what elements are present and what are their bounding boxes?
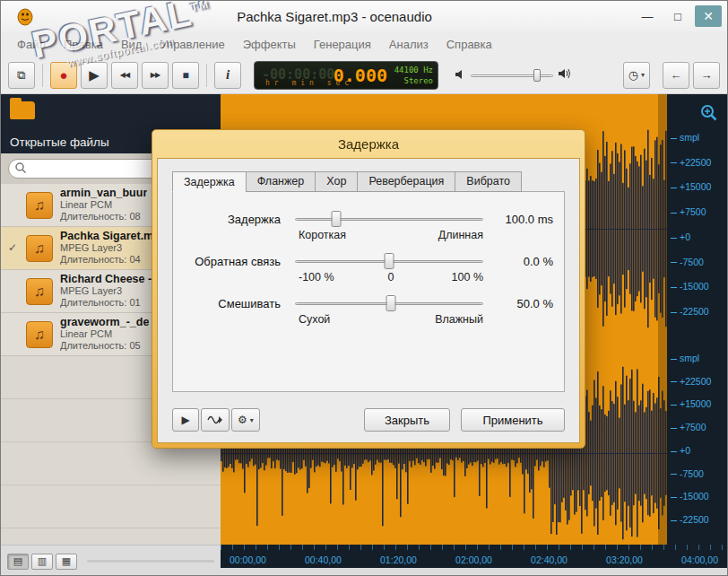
delay-value: 100.0 ms bbox=[489, 213, 553, 226]
ruler-tick-label: -7500 bbox=[667, 468, 724, 479]
chevron-down-icon: ▾ bbox=[641, 71, 645, 79]
feedback-mid-label: 0 bbox=[388, 271, 394, 284]
file-duration: Длительность: 04 bbox=[60, 254, 153, 266]
menu-help[interactable]: Справка bbox=[438, 35, 501, 54]
time-tick-label: 02:00,00 bbox=[455, 554, 492, 565]
view-detail-button[interactable]: ▤ bbox=[7, 554, 29, 570]
file-name: Pachka Sigaret.m bbox=[60, 231, 153, 242]
view-list-button[interactable]: ▥ bbox=[31, 554, 53, 570]
feedback-max-label: 100 % bbox=[452, 271, 483, 284]
time-units-label: hr min sec bbox=[265, 79, 353, 87]
ruler-tick-label: -15000 bbox=[667, 281, 724, 292]
ruler-channel-1: smpl +22500 +15000 +7500 +0 -7500 -15000… bbox=[667, 132, 724, 317]
app-logo-icon bbox=[15, 6, 35, 26]
menu-effects[interactable]: Эффекты bbox=[234, 35, 305, 54]
info-button[interactable]: i bbox=[214, 62, 241, 89]
dialog-apply-button[interactable]: Применить bbox=[461, 408, 565, 432]
tab-flanger[interactable]: Фланжер bbox=[246, 171, 316, 192]
ruler-tick-label: -22500 bbox=[667, 514, 724, 525]
close-button[interactable]: ✕ bbox=[695, 5, 722, 27]
menu-control[interactable]: Управление bbox=[151, 35, 233, 54]
feedback-min-label: -100 % bbox=[299, 271, 334, 284]
music-note-icon: ♫ bbox=[26, 321, 53, 348]
feedback-slider[interactable] bbox=[295, 252, 483, 270]
save-button[interactable]: ⧉ bbox=[8, 62, 35, 89]
tab-vibrato[interactable]: Вибрато bbox=[455, 171, 522, 192]
maximize-button[interactable]: □ bbox=[664, 5, 691, 27]
search-icon bbox=[14, 161, 27, 178]
nav-back-button[interactable]: ← bbox=[663, 62, 689, 89]
ruler-tick-label: -22500 bbox=[667, 306, 724, 317]
slider-groove[interactable] bbox=[295, 218, 483, 221]
file-name: Richard Cheese - bbox=[60, 274, 152, 285]
file-name: armin_van_buur bbox=[60, 188, 147, 199]
mix-label: Смешивать bbox=[184, 297, 290, 310]
chevron-down-icon: ▾ bbox=[250, 416, 254, 424]
zoom-icon[interactable] bbox=[699, 103, 719, 123]
slider-handle[interactable] bbox=[385, 253, 394, 269]
folder-icon bbox=[10, 101, 35, 119]
file-duration: Длительность: 01 bbox=[60, 297, 152, 309]
ruler-tick-label: -7500 bbox=[667, 257, 724, 267]
dialog-body: Задержка Фланжер Хор Реверберация Вибрат… bbox=[157, 158, 580, 443]
mix-value: 50.0 % bbox=[489, 297, 553, 310]
timeline-ticks bbox=[221, 545, 727, 550]
ruler-channel-2: smpl +22500 +15000 +7500 +0 -7500 -15000… bbox=[667, 353, 724, 525]
timeline-ruler: 00:00,00 00:40,00 01:20,00 02:00,00 02:4… bbox=[221, 545, 727, 568]
tab-chorus[interactable]: Хор bbox=[315, 171, 358, 192]
nav-forward-button[interactable]: → bbox=[693, 62, 720, 89]
file-duration: Длительность: 05 bbox=[60, 340, 149, 352]
preview-play-button[interactable]: ▶ bbox=[172, 408, 199, 432]
menubar: Файл Правка Вид Управление Эффекты Генер… bbox=[1, 31, 727, 57]
file-format: MPEG Layer3 bbox=[60, 242, 153, 254]
volume-slider[interactable] bbox=[471, 67, 553, 83]
minimize-button[interactable]: — bbox=[634, 5, 661, 27]
stop-button[interactable]: ■ bbox=[172, 62, 199, 89]
record-button[interactable]: ● bbox=[50, 62, 77, 89]
gear-icon: ⚙ bbox=[238, 414, 247, 426]
toolbar-separator bbox=[206, 64, 207, 87]
file-panel-title: Открытые файлы bbox=[10, 135, 109, 149]
delay-slider[interactable] bbox=[295, 210, 483, 228]
dialog-title: Задержка bbox=[157, 130, 580, 158]
volume-handle[interactable] bbox=[533, 69, 541, 82]
horizontal-scrollbar[interactable] bbox=[87, 560, 214, 563]
menu-edit[interactable]: Правка bbox=[55, 35, 112, 54]
volume-groove[interactable] bbox=[471, 74, 553, 77]
time-tick-label: 00:00,00 bbox=[230, 554, 266, 565]
mix-slider[interactable] bbox=[295, 294, 483, 312]
delay-min-label: Короткая bbox=[299, 229, 346, 241]
mix-min-label: Сухой bbox=[299, 313, 330, 326]
play-button[interactable]: ▶ bbox=[81, 62, 108, 89]
ruler-tick-label: +15000 bbox=[667, 398, 724, 409]
ruler-tick-label: +7500 bbox=[667, 422, 724, 432]
preview-settings-button[interactable]: ⚙ ▾ bbox=[231, 408, 260, 432]
app-window: Pachka Sigaret.mp3 - ocenaudio — □ ✕ Фай… bbox=[0, 0, 728, 576]
menu-view[interactable]: Вид bbox=[112, 35, 152, 54]
toolbar: ⧉ ● ▶ ◀◀ ▶▶ ■ i -00:00:00 0.000 44100 Hz… bbox=[1, 57, 727, 94]
fast-forward-button[interactable]: ▶▶ bbox=[142, 62, 169, 89]
menu-analyze[interactable]: Анализ bbox=[380, 35, 438, 54]
clock-icon: ◷ bbox=[628, 68, 638, 82]
playback-timer-button[interactable]: ◷ ▾ bbox=[623, 62, 650, 89]
titlebar: Pachka Sigaret.mp3 - ocenaudio — □ ✕ bbox=[1, 1, 727, 31]
menu-file[interactable]: Файл bbox=[8, 35, 55, 54]
slider-handle[interactable] bbox=[386, 295, 396, 311]
menu-generate[interactable]: Генерация bbox=[305, 35, 380, 54]
channel-mode-label: Stereo bbox=[403, 76, 433, 85]
timeline-filler bbox=[221, 568, 727, 576]
dialog-close-button[interactable]: Закрыть bbox=[364, 408, 450, 432]
ruler-tick-label: +15000 bbox=[667, 181, 724, 192]
view-grid-button[interactable]: ▦ bbox=[56, 554, 77, 570]
delay-label: Задержка bbox=[184, 213, 290, 226]
tab-delay[interactable]: Задержка bbox=[172, 171, 247, 192]
ruler-tick-label: smpl bbox=[667, 353, 724, 363]
preview-loop-button[interactable] bbox=[201, 408, 230, 432]
time-tick-label: 00:40,00 bbox=[305, 554, 342, 565]
view-toggle-group: ▤ ▥ ▦ bbox=[1, 545, 221, 576]
rewind-button[interactable]: ◀◀ bbox=[111, 62, 138, 89]
time-display: -00:00:00 0.000 44100 Hz Stereo hr min s… bbox=[254, 61, 438, 90]
time-tick-label: 04:00,00 bbox=[681, 554, 718, 565]
tab-reverb[interactable]: Реверберация bbox=[357, 171, 455, 192]
slider-handle[interactable] bbox=[332, 211, 342, 227]
